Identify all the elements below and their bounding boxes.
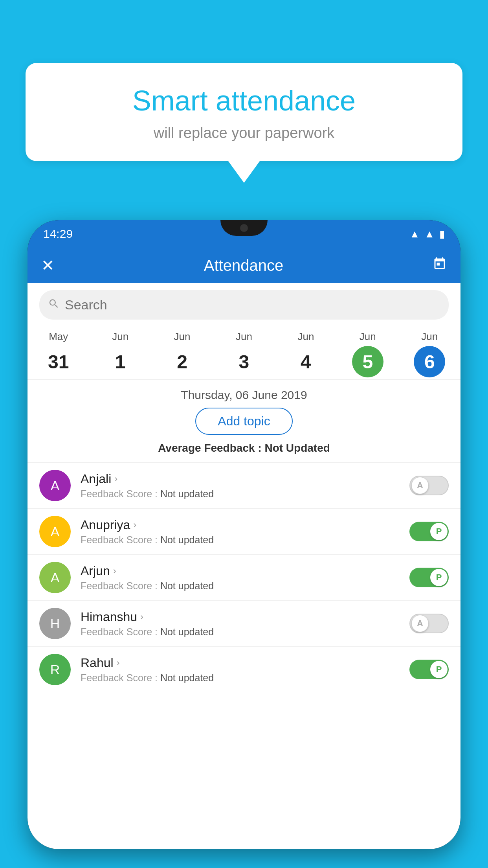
toggle-knob: A [411,615,429,632]
list-item[interactable]: HHimanshu ›Feedback Score : Not updatedA [28,600,460,646]
chevron-right-icon: › [133,519,136,530]
calendar-day[interactable]: May31 [28,331,89,377]
toggle-knob: P [430,661,448,678]
student-feedback: Feedback Score : Not updated [81,626,409,638]
phone-notch [220,220,268,236]
app-bar-title: Attendance [204,257,283,274]
calendar-month-label: Jun [421,331,438,343]
list-item[interactable]: AAnjali ›Feedback Score : Not updatedA [28,462,460,508]
student-info: Arjun ›Feedback Score : Not updated [81,564,409,592]
list-item[interactable]: AArjun ›Feedback Score : Not updatedP [28,554,460,600]
student-name: Anjali › [81,472,409,486]
student-info: Himanshu ›Feedback Score : Not updated [81,610,409,638]
calendar-month-label: May [49,331,68,343]
student-list: AAnjali ›Feedback Score : Not updatedAAA… [28,462,460,692]
student-name: Rahul › [81,656,409,670]
attendance-toggle[interactable]: A [409,614,449,633]
status-bar: 14:29 ▲ ▲ ▮ [28,220,460,248]
phone-frame: 14:29 ▲ ▲ ▮ ✕ Attendance [28,220,460,849]
student-name: Himanshu › [81,610,409,624]
calendar-date-number[interactable]: 5 [352,346,383,377]
student-info: Anupriya ›Feedback Score : Not updated [81,518,409,546]
speech-bubble-tail [228,161,260,183]
chevron-right-icon: › [113,565,116,576]
toggle-knob: P [430,523,448,540]
avatar: A [39,470,71,501]
calendar-month-label: Jun [360,331,376,343]
date-display: Thursday, 06 June 2019 [28,380,460,408]
attendance-toggle[interactable]: A [409,476,449,495]
student-name: Anupriya › [81,518,409,532]
toggle-knob: A [411,477,429,494]
list-item[interactable]: AAnupriya ›Feedback Score : Not updatedP [28,508,460,554]
search-input[interactable] [39,290,449,320]
calendar-icon[interactable] [433,257,447,274]
calendar-date-number[interactable]: 3 [228,346,260,377]
attendance-toggle[interactable]: P [409,522,449,541]
calendar-day[interactable]: Jun6 [399,331,460,377]
close-button[interactable]: ✕ [41,256,55,274]
student-name: Arjun › [81,564,409,578]
student-feedback: Feedback Score : Not updated [81,672,409,684]
avatar: H [39,608,71,639]
calendar-day[interactable]: Jun2 [152,331,212,377]
speech-bubble-title: Smart attendance [49,85,439,117]
wifi-icon: ▲ [410,228,420,240]
calendar-date-number[interactable]: 6 [414,346,445,377]
calendar-date-number[interactable]: 1 [105,346,136,377]
status-time: 14:29 [43,227,73,241]
camera-notch [240,224,248,232]
student-feedback: Feedback Score : Not updated [81,580,409,592]
calendar-day[interactable]: Jun1 [90,331,150,377]
signal-icon: ▲ [424,228,435,240]
calendar-day[interactable]: Jun5 [338,331,398,377]
phone-screen: May31Jun1Jun2Jun3Jun4Jun5Jun6 Thursday, … [28,283,460,849]
speech-bubble-subtitle: will replace your paperwork [49,125,439,142]
search-wrapper [39,290,449,320]
average-feedback: Average Feedback : Not Updated [28,442,460,462]
app-bar: ✕ Attendance [28,248,460,283]
speech-bubble: Smart attendance will replace your paper… [26,63,462,161]
list-item[interactable]: RRahul ›Feedback Score : Not updatedP [28,646,460,692]
attendance-toggle[interactable]: P [409,660,449,679]
student-feedback: Feedback Score : Not updated [81,488,409,500]
calendar-month-label: Jun [174,331,191,343]
student-info: Anjali ›Feedback Score : Not updated [81,472,409,500]
attendance-toggle[interactable]: P [409,568,449,587]
student-feedback: Feedback Score : Not updated [81,534,409,546]
avg-feedback-label: Average Feedback : [158,442,264,454]
calendar-month-label: Jun [297,331,314,343]
avatar: R [39,654,71,685]
avg-feedback-value: Not Updated [264,442,330,454]
calendar-date-number[interactable]: 31 [43,346,74,377]
calendar-day[interactable]: Jun3 [214,331,274,377]
search-icon [48,297,60,313]
add-topic-button[interactable]: Add topic [195,408,292,435]
chevron-right-icon: › [114,473,117,484]
status-icons: ▲ ▲ ▮ [410,228,445,240]
search-bar [28,283,460,327]
speech-bubble-container: Smart attendance will replace your paper… [26,63,462,183]
student-info: Rahul ›Feedback Score : Not updated [81,656,409,684]
chevron-right-icon: › [117,657,120,668]
calendar-date-number[interactable]: 2 [167,346,198,377]
calendar-strip: May31Jun1Jun2Jun3Jun4Jun5Jun6 [28,327,460,380]
calendar-date-number[interactable]: 4 [290,346,321,377]
avatar: A [39,516,71,547]
calendar-month-label: Jun [112,331,128,343]
calendar-month-label: Jun [236,331,252,343]
calendar-day[interactable]: Jun4 [275,331,336,377]
battery-icon: ▮ [439,228,445,240]
avatar: A [39,562,71,593]
chevron-right-icon: › [140,611,143,622]
toggle-knob: P [430,569,448,586]
